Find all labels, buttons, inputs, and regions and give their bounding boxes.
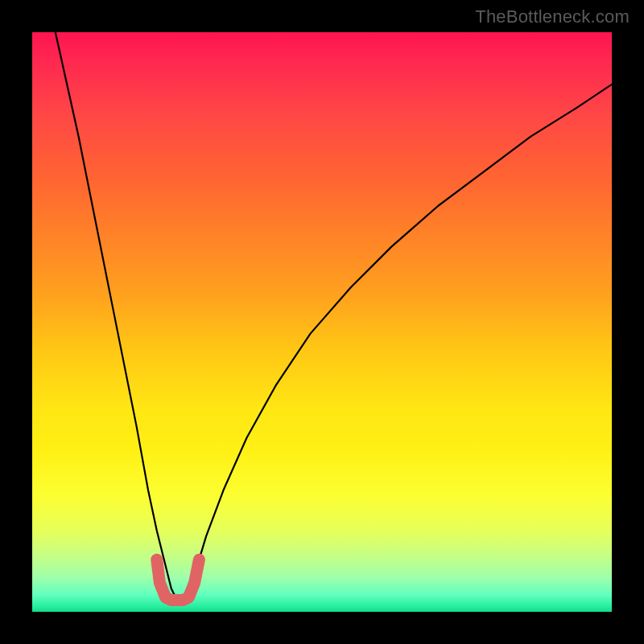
bottleneck-curve [56, 32, 612, 601]
optimal-range-marker [157, 559, 200, 600]
chart-container: TheBottleneck.com [0, 0, 644, 644]
plot-area [32, 32, 612, 612]
chart-svg [32, 32, 612, 612]
watermark-text: TheBottleneck.com [475, 6, 630, 27]
